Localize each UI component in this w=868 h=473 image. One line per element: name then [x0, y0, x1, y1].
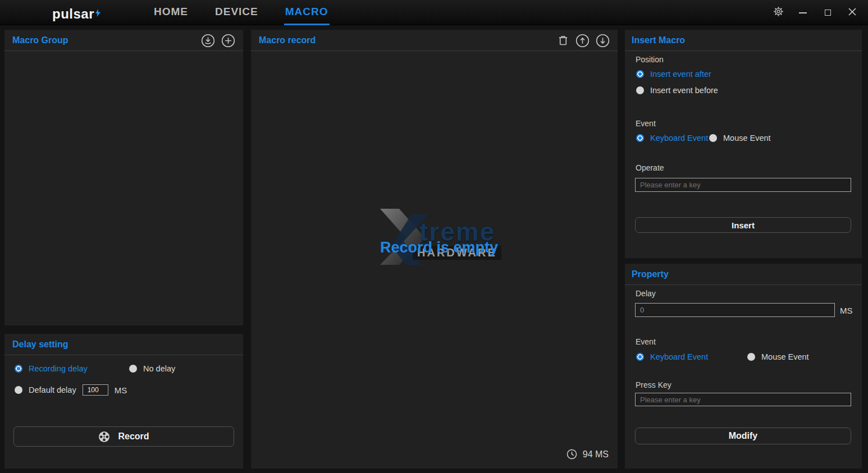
delay-setting-header: Delay setting [4, 334, 243, 355]
macro-record-title: Macro record [259, 35, 316, 45]
tab-device[interactable]: DEVICE [214, 0, 259, 25]
operate-label: Operate [636, 163, 664, 172]
duration-value: 94 MS [583, 449, 609, 460]
delay-input[interactable] [635, 303, 835, 317]
record-button-label: Record [118, 431, 149, 442]
macro-group-panel: Macro Group [4, 30, 243, 325]
keyboard-event-option[interactable]: Keyboard Event [636, 352, 708, 361]
app-window: pulsar HOME DEVICE MACRO [0, 0, 868, 473]
modify-button[interactable]: Modify [635, 428, 851, 444]
default-delay-label: Default delay [29, 385, 76, 394]
ms-label: MS [840, 306, 853, 315]
delay-label: Delay [636, 289, 656, 298]
operate-key-input[interactable] [635, 178, 851, 192]
pulsar-logo: pulsar [52, 4, 100, 22]
insert-macro-header: Insert Macro [625, 30, 862, 51]
radio-icon [709, 134, 717, 142]
press-key-input[interactable] [635, 393, 851, 406]
delay-setting-title: Delay setting [12, 339, 68, 350]
insert-after-option[interactable]: Insert event after [636, 70, 711, 79]
window-controls [766, 0, 865, 25]
maximize-button[interactable] [815, 0, 840, 25]
radio-selected-icon [636, 353, 644, 361]
recording-delay-label: Recording delay [29, 364, 88, 373]
arrow-up-circle-icon [575, 34, 590, 48]
mouse-event-option[interactable]: Mouse Event [747, 352, 809, 361]
insert-button-label: Insert [732, 221, 755, 230]
event-label: Event [636, 337, 656, 346]
macro-group-list[interactable] [4, 51, 243, 325]
macro-group-title: Macro Group [12, 35, 68, 45]
trash-icon [557, 34, 569, 47]
insert-macro-panel: Insert Macro Position Insert event after… [625, 30, 862, 258]
property-header: Property [625, 264, 862, 285]
mouse-event-label: Mouse Event [761, 352, 809, 361]
insert-button[interactable]: Insert [635, 217, 851, 233]
main-nav: HOME DEVICE MACRO [153, 0, 330, 25]
radio-selected-icon [15, 365, 22, 373]
xtreme-hardware-watermark: treme HARDWARE Record is empty [379, 206, 508, 268]
insert-macro-title: Insert Macro [632, 35, 685, 45]
default-delay-input[interactable] [83, 384, 108, 396]
delay-setting-panel: Delay setting Recording delay No delay D… [4, 334, 243, 469]
insert-before-option[interactable]: Insert event before [636, 86, 718, 95]
clock-icon [567, 449, 577, 460]
total-duration: 94 MS [567, 449, 609, 460]
radio-icon [15, 386, 22, 394]
delete-event-button[interactable] [557, 34, 569, 47]
radio-icon [747, 353, 755, 361]
record-button[interactable]: Record [13, 426, 234, 447]
minimize-icon [799, 12, 807, 13]
default-delay-option[interactable]: Default delay MS [15, 384, 127, 396]
close-button[interactable] [840, 0, 865, 25]
keyboard-event-label: Keyboard Event [650, 134, 708, 143]
macro-record-header: Macro record [251, 30, 618, 51]
macro-record-panel: Macro record [251, 30, 618, 469]
mouse-event-option[interactable]: Mouse Event [709, 134, 771, 143]
minimize-button[interactable] [791, 0, 815, 25]
radio-selected-icon [636, 70, 644, 78]
no-delay-label: No delay [143, 364, 175, 373]
maximize-icon [825, 10, 831, 16]
download-icon [201, 34, 215, 48]
add-macro-button[interactable] [221, 34, 235, 48]
record-empty-message: Record is empty [380, 239, 498, 256]
radio-icon [129, 365, 137, 373]
titlebar: pulsar HOME DEVICE MACRO [0, 0, 868, 25]
property-panel: Property Delay MS Event Keyboard Event M… [625, 264, 862, 469]
gear-icon [773, 6, 784, 19]
ms-label: MS [115, 385, 127, 395]
tab-home[interactable]: HOME [153, 0, 189, 25]
modify-button-label: Modify [729, 431, 758, 441]
property-title: Property [632, 269, 669, 279]
keyboard-event-option[interactable]: Keyboard Event [636, 134, 708, 143]
no-delay-option[interactable]: No delay [129, 364, 175, 373]
logo-text: pulsar [52, 6, 94, 22]
import-macro-button[interactable] [201, 34, 215, 48]
film-reel-icon [98, 431, 110, 443]
radio-selected-icon [636, 134, 644, 142]
arrow-down-circle-icon [596, 34, 610, 48]
move-event-up-button[interactable] [575, 34, 590, 48]
position-label: Position [636, 55, 664, 64]
lightning-icon [95, 4, 100, 20]
recording-delay-option[interactable]: Recording delay [15, 364, 88, 373]
move-event-down-button[interactable] [596, 34, 610, 48]
macro-group-header: Macro Group [4, 30, 243, 51]
radio-icon [636, 86, 644, 94]
tab-macro[interactable]: MACRO [284, 0, 330, 25]
insert-after-label: Insert event after [650, 70, 711, 79]
close-icon [848, 8, 856, 18]
settings-button[interactable] [766, 0, 791, 25]
mouse-event-label: Mouse Event [723, 134, 771, 143]
plus-icon [221, 34, 235, 48]
insert-before-label: Insert event before [650, 86, 718, 95]
press-key-label: Press Key [636, 380, 671, 389]
keyboard-event-label: Keyboard Event [650, 352, 708, 361]
event-label: Event [636, 119, 656, 128]
